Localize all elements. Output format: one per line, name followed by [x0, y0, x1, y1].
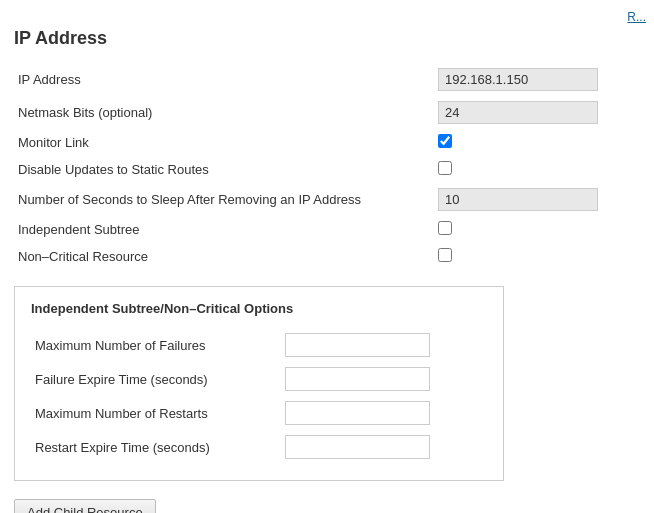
sleep-seconds-field[interactable] — [438, 188, 598, 211]
field-label-disable-updates-checkbox: Disable Updates to Static Routes — [14, 156, 434, 183]
subtree-form-table: Maximum Number of FailuresFailure Expire… — [31, 328, 487, 464]
field-label-netmask-bits-field: Netmask Bits (optional) — [14, 96, 434, 129]
subtree-options-box: Independent Subtree/Non–Critical Options… — [14, 286, 504, 481]
top-link[interactable]: R... — [627, 10, 646, 24]
form-row-disable-updates-checkbox: Disable Updates to Static Routes — [14, 156, 640, 183]
add-child-resource-button[interactable]: Add Child Resource — [14, 499, 156, 513]
field-cell-independent-subtree-checkbox — [434, 216, 640, 243]
form-row-sleep-seconds-field: Number of Seconds to Sleep After Removin… — [14, 183, 640, 216]
subtree-cell-restart-expire-field — [281, 430, 487, 464]
restart-expire-field[interactable] — [285, 435, 430, 459]
field-cell-monitor-link-checkbox — [434, 129, 640, 156]
netmask-bits-field[interactable] — [438, 101, 598, 124]
subtree-row-max-failures-field: Maximum Number of Failures — [31, 328, 487, 362]
ip-address-field[interactable] — [438, 68, 598, 91]
subtree-row-failure-expire-field: Failure Expire Time (seconds) — [31, 362, 487, 396]
max-failures-field[interactable] — [285, 333, 430, 357]
form-row-non-critical-resource-checkbox: Non–Critical Resource — [14, 243, 640, 270]
subtree-box-title: Independent Subtree/Non–Critical Options — [31, 301, 487, 316]
field-label-independent-subtree-checkbox: Independent Subtree — [14, 216, 434, 243]
subtree-row-restart-expire-field: Restart Expire Time (seconds) — [31, 430, 487, 464]
subtree-row-max-restarts-field: Maximum Number of Restarts — [31, 396, 487, 430]
field-cell-netmask-bits-field — [434, 96, 640, 129]
subtree-label-max-restarts-field: Maximum Number of Restarts — [31, 396, 281, 430]
form-row-monitor-link-checkbox: Monitor Link — [14, 129, 640, 156]
monitor-link-checkbox[interactable] — [438, 134, 452, 148]
page-title: IP Address — [14, 28, 640, 49]
field-cell-ip-address-field — [434, 63, 640, 96]
field-label-monitor-link-checkbox: Monitor Link — [14, 129, 434, 156]
field-cell-sleep-seconds-field — [434, 183, 640, 216]
subtree-label-failure-expire-field: Failure Expire Time (seconds) — [31, 362, 281, 396]
subtree-label-restart-expire-field: Restart Expire Time (seconds) — [31, 430, 281, 464]
field-label-ip-address-field: IP Address — [14, 63, 434, 96]
form-row-ip-address-field: IP Address — [14, 63, 640, 96]
form-row-netmask-bits-field: Netmask Bits (optional) — [14, 96, 640, 129]
main-form-table: IP AddressNetmask Bits (optional)Monitor… — [14, 63, 640, 270]
disable-updates-checkbox[interactable] — [438, 161, 452, 175]
failure-expire-field[interactable] — [285, 367, 430, 391]
field-label-non-critical-resource-checkbox: Non–Critical Resource — [14, 243, 434, 270]
subtree-label-max-failures-field: Maximum Number of Failures — [31, 328, 281, 362]
non-critical-resource-checkbox[interactable] — [438, 248, 452, 262]
subtree-cell-failure-expire-field — [281, 362, 487, 396]
field-label-sleep-seconds-field: Number of Seconds to Sleep After Removin… — [14, 183, 434, 216]
field-cell-non-critical-resource-checkbox — [434, 243, 640, 270]
subtree-cell-max-failures-field — [281, 328, 487, 362]
subtree-cell-max-restarts-field — [281, 396, 487, 430]
independent-subtree-checkbox[interactable] — [438, 221, 452, 235]
field-cell-disable-updates-checkbox — [434, 156, 640, 183]
max-restarts-field[interactable] — [285, 401, 430, 425]
form-row-independent-subtree-checkbox: Independent Subtree — [14, 216, 640, 243]
